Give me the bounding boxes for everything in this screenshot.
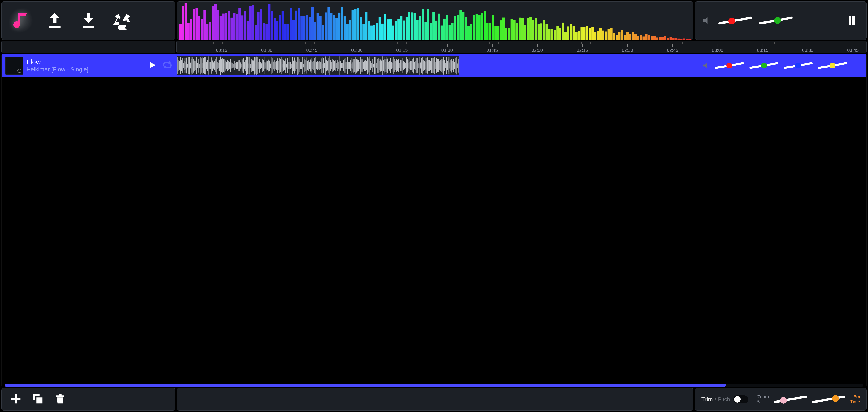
svg-rect-183: [672, 38, 675, 39]
svg-rect-110: [475, 14, 478, 39]
svg-rect-160: [610, 28, 613, 39]
ruler-tick: 01:15: [396, 48, 408, 53]
svg-rect-182: [670, 37, 672, 39]
ruler-tick: 03:30: [802, 48, 813, 53]
time-ruler[interactable]: 00:1500:3000:4501:0001:1501:3001:4502:00…: [176, 41, 867, 53]
svg-rect-64: [352, 10, 354, 39]
svg-rect-20: [233, 13, 235, 39]
svg-rect-27: [252, 5, 254, 39]
svg-rect-150: [583, 27, 585, 39]
zoom-value: 5: [757, 399, 760, 404]
loop-icon: [162, 60, 172, 70]
track-loop-button[interactable]: [162, 60, 172, 71]
ruler-tick: 01:00: [351, 48, 363, 53]
track-slider-3[interactable]: [783, 60, 813, 71]
trim-sep: /: [715, 396, 716, 403]
master-spectrum[interactable]: [177, 1, 693, 40]
svg-rect-152: [589, 28, 591, 39]
svg-rect-165: [624, 35, 626, 39]
zoom-slider-1[interactable]: [773, 392, 807, 406]
pitch-label: Pitch: [718, 396, 730, 403]
svg-rect-188: [686, 39, 688, 39]
track-artwork[interactable]: [5, 57, 23, 74]
svg-rect-92: [427, 9, 429, 39]
svg-rect-56: [330, 13, 332, 39]
duplicate-button[interactable]: [32, 393, 44, 406]
svg-rect-52: [319, 16, 322, 39]
audio-clip[interactable]: [177, 56, 459, 75]
svg-rect-133: [537, 24, 540, 39]
svg-rect-102: [454, 16, 456, 39]
download-button[interactable]: [76, 8, 101, 33]
track-slider-1[interactable]: [715, 60, 744, 71]
track-labels: Flow Helkimer [Flow - Single]: [26, 58, 89, 73]
svg-rect-166: [626, 32, 629, 39]
svg-rect-19: [230, 18, 232, 39]
svg-rect-122: [508, 28, 510, 39]
svg-rect-38: [282, 11, 284, 39]
svg-rect-149: [581, 27, 583, 39]
svg-rect-44: [298, 8, 300, 39]
master-slider-1[interactable]: [718, 14, 752, 27]
zoom-label: Zoom: [757, 394, 769, 399]
track-body[interactable]: [176, 54, 694, 77]
zoom-controls: Zoom 5 5m Time: [757, 392, 860, 406]
track-play-button[interactable]: [148, 61, 157, 70]
ruler-sidebar: [1, 41, 176, 53]
svg-rect-116: [492, 15, 494, 39]
svg-rect-137: [548, 29, 550, 39]
svg-rect-177: [656, 37, 658, 39]
svg-rect-96: [438, 13, 440, 39]
master-slider-2[interactable]: [759, 14, 793, 27]
horizontal-scrollbar[interactable]: [5, 383, 863, 387]
toggle-switch[interactable]: [733, 395, 748, 404]
svg-rect-138: [551, 29, 553, 39]
svg-rect-144: [567, 26, 569, 39]
svg-rect-63: [349, 20, 351, 39]
ruler-tick: 00:30: [261, 48, 272, 53]
recycle-button[interactable]: [110, 8, 135, 33]
svg-rect-15: [220, 16, 222, 39]
svg-rect-97: [440, 26, 443, 39]
svg-rect-126: [519, 18, 521, 39]
svg-rect-158: [605, 32, 607, 39]
track-slider-4[interactable]: [818, 60, 847, 71]
svg-rect-154: [594, 32, 596, 39]
svg-rect-34: [271, 11, 273, 39]
svg-rect-114: [486, 23, 489, 39]
zoom-slider-2[interactable]: [812, 392, 846, 406]
svg-rect-78: [389, 19, 392, 39]
svg-rect-36: [276, 21, 278, 39]
bottom-bar: Trim / Pitch Zoom 5 5m Time: [1, 388, 867, 411]
add-track-button[interactable]: [10, 393, 22, 406]
download-icon: [79, 11, 98, 31]
trim-pitch-toggle[interactable]: Trim / Pitch: [702, 395, 748, 404]
svg-rect-81: [397, 19, 400, 39]
svg-rect-84: [405, 17, 408, 39]
zoom-start-labels: Zoom 5: [757, 394, 769, 404]
scrollbar-handle[interactable]: [5, 383, 726, 387]
library-button[interactable]: [8, 8, 33, 33]
track-header: Flow Helkimer [Flow - Single]: [2, 54, 176, 77]
svg-rect-100: [449, 25, 451, 39]
track-slider-2[interactable]: [749, 60, 778, 71]
svg-rect-90: [422, 9, 424, 39]
top-bar: [1, 1, 867, 40]
svg-rect-77: [387, 20, 389, 39]
svg-rect-49: [311, 6, 313, 39]
upload-button[interactable]: [42, 8, 67, 33]
svg-rect-8: [201, 19, 203, 39]
spectrum-graphic: [179, 2, 691, 39]
delete-button[interactable]: [54, 393, 66, 406]
pause-button[interactable]: [844, 11, 860, 30]
track-row[interactable]: Flow Helkimer [Flow - Single]: [2, 54, 866, 77]
svg-rect-189: [688, 39, 690, 39]
svg-rect-11: [209, 22, 211, 39]
track-controls: [694, 54, 866, 77]
svg-rect-118: [497, 26, 499, 39]
svg-rect-55: [327, 7, 330, 39]
svg-rect-88: [416, 20, 418, 39]
svg-rect-30: [260, 9, 262, 39]
svg-rect-123: [510, 20, 513, 39]
svg-rect-5: [193, 9, 195, 39]
